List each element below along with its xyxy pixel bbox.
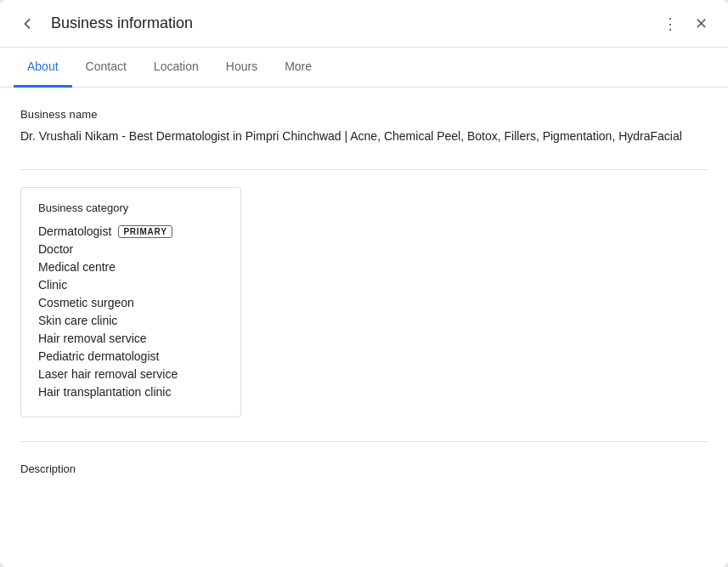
category-name: Hair removal service [38, 332, 147, 345]
business-category-section: Business category Dermatologist PRIMARY … [20, 187, 708, 417]
category-name: Skin care clinic [38, 314, 117, 327]
category-name: Hair transplantation clinic [38, 385, 171, 399]
list-item: Hair transplantation clinic [38, 385, 223, 399]
list-item: Laser hair removal service [38, 367, 223, 381]
close-icon: ✕ [695, 14, 708, 33]
list-item: Skin care clinic [38, 314, 223, 327]
tab-more[interactable]: More [271, 48, 325, 88]
more-options-button[interactable]: ⋮ [656, 8, 685, 40]
divider-1 [20, 169, 708, 170]
business-name-value: Dr. Vrushali Nikam - Best Dermatologist … [20, 128, 708, 145]
list-item: Medical centre [38, 260, 223, 274]
page-title: Business information [51, 14, 656, 32]
category-name: Clinic [38, 278, 67, 292]
category-name: Pediatric dermatologist [38, 349, 159, 363]
tab-about[interactable]: About [14, 48, 72, 88]
business-name-label: Business name [20, 108, 708, 121]
header: Business information ⋮ ✕ [0, 0, 728, 48]
list-item: Doctor [38, 242, 223, 256]
category-name: Dermatologist [38, 224, 111, 238]
close-button[interactable]: ✕ [688, 8, 714, 40]
header-actions: ⋮ ✕ [656, 8, 714, 40]
category-name: Medical centre [38, 260, 116, 274]
description-label: Description [20, 462, 708, 475]
category-name: Cosmetic surgeon [38, 296, 134, 309]
category-list: Dermatologist PRIMARY Doctor Medical cen… [38, 224, 223, 399]
category-box-title: Business category [38, 201, 223, 214]
primary-badge: PRIMARY [118, 225, 172, 238]
category-name: Laser hair removal service [38, 367, 178, 381]
tab-bar: About Contact Location Hours More [0, 48, 728, 88]
business-information-window: Business information ⋮ ✕ About Contact L… [0, 0, 728, 567]
tab-location[interactable]: Location [140, 48, 212, 88]
divider-2 [20, 441, 708, 442]
list-item: Clinic [38, 278, 223, 292]
list-item: Cosmetic surgeon [38, 296, 223, 309]
more-icon: ⋮ [663, 14, 678, 33]
tab-hours[interactable]: Hours [212, 48, 271, 88]
category-name: Doctor [38, 242, 73, 256]
back-button[interactable] [14, 10, 41, 37]
description-section: Description [20, 459, 708, 475]
list-item: Pediatric dermatologist [38, 349, 223, 363]
business-name-section: Business name Dr. Vrushali Nikam - Best … [20, 108, 708, 145]
content-area: Business name Dr. Vrushali Nikam - Best … [0, 88, 728, 567]
list-item: Hair removal service [38, 332, 223, 345]
list-item: Dermatologist PRIMARY [38, 224, 223, 238]
tab-contact[interactable]: Contact [72, 48, 140, 88]
category-box: Business category Dermatologist PRIMARY … [20, 187, 241, 417]
